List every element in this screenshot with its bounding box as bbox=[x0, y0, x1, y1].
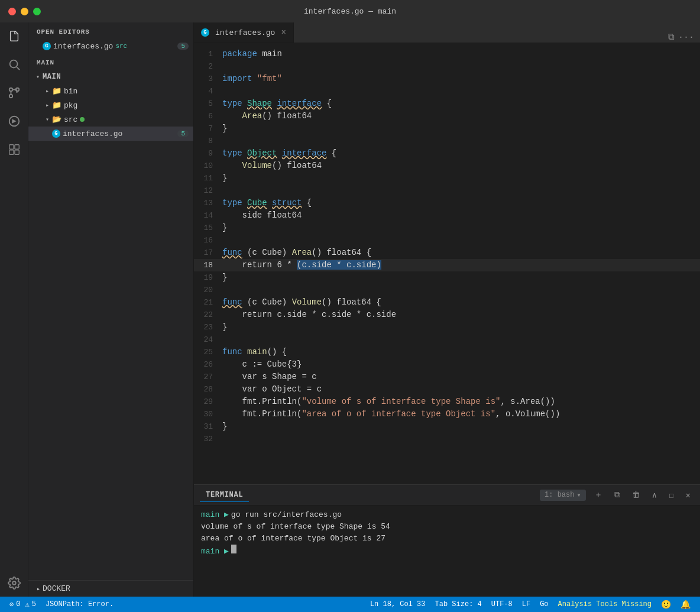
maximize-panel-icon[interactable]: ☐ bbox=[665, 489, 677, 501]
pkg-folder-label: pkg bbox=[64, 101, 77, 110]
sidebar-item-pkg[interactable]: ▸ 📁 pkg bbox=[28, 98, 193, 112]
terminal-content[interactable]: main ▶ go run src/interfaces.go volume o… bbox=[194, 506, 700, 597]
terminal-tabs: TERMINAL 1: bash ▾ ＋ ⧉ 🗑 ∧ ☐ ✕ bbox=[194, 485, 700, 506]
close-panel-button[interactable]: ✕ bbox=[682, 489, 694, 501]
chevron-down-icon: ▾ bbox=[43, 115, 52, 124]
open-editors-section: OPEN EDITORS bbox=[28, 22, 193, 39]
terminal-tab[interactable]: TERMINAL bbox=[200, 488, 249, 502]
tab-size-status[interactable]: Tab Size: 4 bbox=[430, 597, 487, 612]
code-line-19: 19 } bbox=[194, 271, 700, 284]
jsonpath-label: JSONPath: Error. bbox=[46, 600, 114, 608]
split-terminal-button[interactable]: ⧉ bbox=[611, 489, 624, 501]
activity-bar-bottom bbox=[5, 574, 23, 592]
terminal-cursor bbox=[231, 545, 236, 553]
jsonpath-status[interactable]: JSONPath: Error. bbox=[41, 597, 118, 612]
language-status[interactable]: Go bbox=[535, 597, 553, 612]
svg-point-10 bbox=[12, 581, 16, 585]
terminal-command: go run src/interfaces.go bbox=[231, 509, 342, 521]
svg-rect-8 bbox=[9, 150, 13, 154]
code-line-11: 11 } bbox=[194, 172, 700, 184]
tab-close-button[interactable]: × bbox=[281, 28, 286, 37]
split-editor-icon[interactable]: ⧉ bbox=[668, 32, 675, 43]
titlebar: interfaces.go — main bbox=[0, 0, 700, 22]
window-controls[interactable] bbox=[8, 8, 41, 15]
sidebar-item-bin[interactable]: ▸ 📁 bin bbox=[28, 84, 193, 98]
code-line-20: 20 bbox=[194, 284, 700, 296]
code-line-1: 1 package main bbox=[194, 48, 700, 60]
extensions-activity-icon[interactable] bbox=[5, 141, 23, 158]
folder-icon: 📂 bbox=[52, 115, 61, 124]
terminal-line-2: volume of s of interface type Shape is 5… bbox=[201, 521, 693, 533]
window-title: interfaces.go — main bbox=[304, 7, 396, 16]
analysis-tools-label: Analysis Tools Missing bbox=[558, 600, 652, 608]
error-count[interactable]: ⊘ 0 ⚠ 5 bbox=[5, 597, 41, 612]
bell-status[interactable]: 🔔 bbox=[676, 597, 695, 612]
src-folder-label: src bbox=[64, 115, 77, 124]
add-terminal-button[interactable]: ＋ bbox=[591, 488, 606, 501]
ln-col-label: Ln 18, Col 33 bbox=[370, 600, 426, 608]
code-line-32: 32 bbox=[194, 433, 700, 445]
explorer-activity-icon[interactable] bbox=[5, 27, 23, 45]
code-line-28: 28 var o Object = c bbox=[194, 383, 700, 396]
sidebar-bottom: ▸ DOCKER bbox=[28, 580, 193, 597]
minimize-button[interactable] bbox=[21, 8, 28, 15]
chevron-up-icon[interactable]: ∧ bbox=[649, 489, 660, 501]
smiley-status[interactable]: 🙂 bbox=[656, 597, 676, 612]
svg-point-0 bbox=[9, 60, 17, 68]
settings-activity-icon[interactable] bbox=[5, 574, 23, 592]
interfaces-go-label: interfaces.go bbox=[63, 129, 122, 138]
svg-point-2 bbox=[9, 88, 12, 92]
open-editor-tag: src bbox=[115, 43, 127, 50]
warning-icon: ⚠ bbox=[25, 600, 29, 609]
analysis-tools-status[interactable]: Analysis Tools Missing bbox=[553, 597, 656, 612]
eol-label: LF bbox=[522, 600, 530, 608]
terminal-area: TERMINAL 1: bash ▾ ＋ ⧉ 🗑 ∧ ☐ ✕ bbox=[194, 484, 700, 597]
code-line-3: 3 import "fmt" bbox=[194, 73, 700, 85]
sidebar-item-docker[interactable]: ▸ DOCKER bbox=[28, 581, 193, 597]
chevron-right-icon: ▸ bbox=[43, 101, 52, 110]
code-line-9: 9 type Object interface { bbox=[194, 147, 700, 160]
folder-icon: 📁 bbox=[52, 101, 61, 110]
code-line-7: 7 } bbox=[194, 122, 700, 135]
go-file-icon: G bbox=[43, 42, 51, 50]
code-line-23: 23 } bbox=[194, 321, 700, 333]
kill-terminal-button[interactable]: 🗑 bbox=[628, 489, 644, 501]
tab-bar: G interfaces.go × ⧉ ··· bbox=[194, 22, 700, 43]
shell-dropdown-icon: ▾ bbox=[576, 491, 581, 500]
code-line-17: 17 func (c Cube) Area() float64 { bbox=[194, 247, 700, 259]
source-control-activity-icon[interactable] bbox=[5, 84, 23, 102]
search-activity-icon[interactable] bbox=[5, 56, 23, 73]
warning-count-label: 5 bbox=[32, 600, 36, 608]
eol-status[interactable]: LF bbox=[517, 597, 535, 612]
open-editor-interfaces-go[interactable]: G interfaces.go src 5 bbox=[28, 39, 193, 53]
maximize-button[interactable] bbox=[33, 8, 41, 15]
shell-selector[interactable]: 1: bash ▾ bbox=[540, 490, 586, 501]
close-button[interactable] bbox=[8, 8, 16, 15]
docker-label: DOCKER bbox=[43, 584, 70, 593]
more-actions-icon[interactable]: ··· bbox=[678, 33, 694, 43]
code-line-13: 13 type Cube struct { bbox=[194, 197, 700, 209]
sidebar-item-src[interactable]: ▾ 📂 src bbox=[28, 112, 193, 127]
tab-interfaces-go[interactable]: G interfaces.go × bbox=[194, 22, 294, 43]
code-line-24: 24 bbox=[194, 333, 700, 346]
modified-dot bbox=[80, 117, 85, 122]
code-editor[interactable]: 1 package main 2 3 import "fmt" 4 bbox=[194, 43, 700, 484]
code-line-8: 8 bbox=[194, 135, 700, 147]
app-body: OPEN EDITORS G interfaces.go src 5 MAIN … bbox=[0, 22, 700, 597]
ln-col-status[interactable]: Ln 18, Col 33 bbox=[365, 597, 430, 612]
encoding-status[interactable]: UTF-8 bbox=[487, 597, 517, 612]
code-line-2: 2 bbox=[194, 60, 700, 73]
svg-point-3 bbox=[9, 95, 12, 98]
tab-size-label: Tab Size: 4 bbox=[435, 600, 482, 608]
code-line-29: 29 fmt.Println("volume of s of interface… bbox=[194, 396, 700, 408]
sidebar-item-interfaces-go[interactable]: G interfaces.go 5 bbox=[28, 127, 193, 141]
editor-area: G interfaces.go × ⧉ ··· 1 package main 2 bbox=[194, 22, 700, 597]
tab-icons: ⧉ ··· bbox=[668, 32, 700, 43]
smiley-icon: 🙂 bbox=[661, 600, 671, 610]
error-count-label: 0 bbox=[16, 600, 20, 608]
code-content[interactable]: 1 package main 2 3 import "fmt" 4 bbox=[194, 43, 700, 484]
debug-activity-icon[interactable] bbox=[5, 112, 23, 130]
code-line-30: 30 fmt.Println("area of o of interface t… bbox=[194, 408, 700, 420]
sidebar: OPEN EDITORS G interfaces.go src 5 MAIN … bbox=[28, 22, 194, 597]
terminal-line-3: area of o of interface type Object is 27 bbox=[201, 533, 693, 545]
